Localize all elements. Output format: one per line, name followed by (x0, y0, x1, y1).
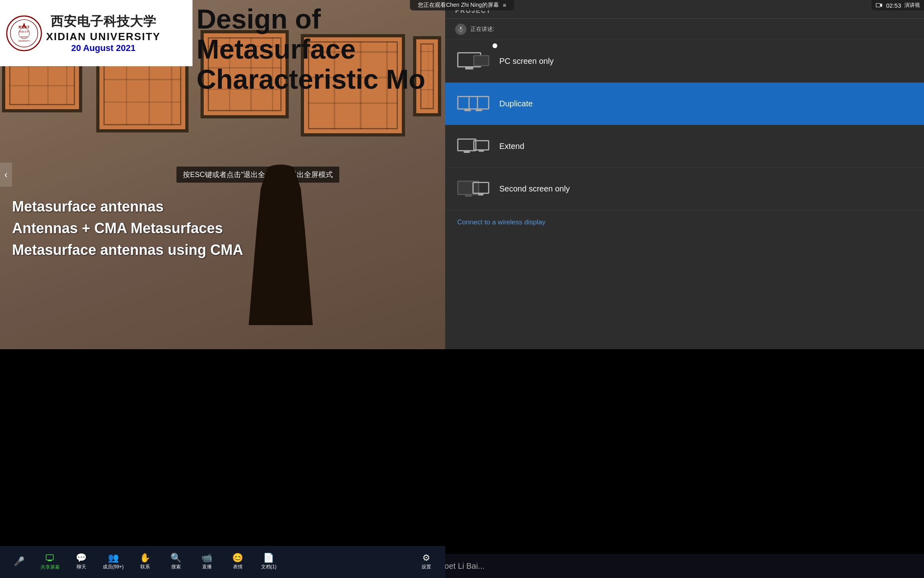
live-label: 直播 (202, 564, 212, 570)
project-panel-header: PROJECT (445, 0, 924, 19)
slide-title: Design of Metasurface Characteristic Mo (197, 4, 445, 94)
duplicate-icon (457, 93, 489, 115)
second-screen-only-icon (457, 178, 489, 200)
presenter-row: 正在讲述: (445, 19, 924, 40)
slide-text-1: Metasurface antennas (12, 196, 243, 218)
slide-text-2: Antennas + CMA Metasurfaces (12, 218, 243, 239)
slide-text-3: Metasurface antennas using CMA (12, 239, 243, 261)
svg-rect-12 (46, 555, 53, 560)
chat-icon: 💬 (76, 554, 87, 562)
extend-icon (457, 135, 489, 157)
chat-button[interactable]: 💬 聊天 (66, 551, 96, 573)
participants-button[interactable]: 👥 成员(99+) (97, 551, 129, 573)
university-logo: 西安电子 科技大学 XIDIAN UNIVERSITY (6, 15, 42, 51)
bottom-controls-bar: 🎤 共享屏幕 💬 聊天 👥 成员(99+) ✋ 联系 🔍 搜索 📹 直播 😊 表… (0, 546, 445, 578)
prev-slide-button[interactable]: ‹ (0, 163, 12, 187)
presenter-mode-label: 演讲视 (904, 2, 920, 9)
svg-text:科技大学: 科技大学 (19, 30, 29, 33)
second-screen-only-label: Second screen only (499, 184, 570, 193)
svg-text:UNIVERSITY: UNIVERSITY (18, 40, 30, 42)
live-icon: 📹 (201, 554, 212, 562)
share-screen-label: 共享屏幕 (41, 564, 60, 571)
participants-icon: 👥 (108, 554, 119, 562)
sharing-banner-text: 您正在观看Chen Zhi Ning的屏幕 (418, 2, 499, 9)
university-english-name: XIDIAN UNIVERSITY (46, 31, 160, 43)
project-panel: PROJECT 正在讲述: PC screen only Duplicate (445, 0, 924, 349)
pc-screen-only-label: PC screen only (499, 57, 554, 66)
svg-rect-10 (460, 26, 462, 30)
chat-label: 聊天 (77, 564, 86, 570)
docs-button[interactable]: 📄 文档(1) (253, 551, 284, 573)
fullscreen-hint: 按ESC键或者点击"退出全屏"按钮退出全屏模式 (176, 167, 339, 183)
university-text: 西安电子科技大学 XIDIAN UNIVERSITY 20 August 202… (46, 13, 160, 53)
extend-label: Extend (499, 142, 524, 151)
svg-marker-9 (880, 4, 882, 7)
reactions-icon: ✋ (140, 554, 150, 562)
expressions-button[interactable]: 😊 表情 (223, 551, 253, 573)
university-header: 西安电子 科技大学 XIDIAN UNIVERSITY 西安电子科技大学 XID… (0, 0, 192, 66)
live-button[interactable]: 📹 直播 (192, 551, 222, 573)
extend-option[interactable]: Extend (445, 125, 924, 168)
duplicate-label: Duplicate (499, 99, 533, 108)
pc-screen-only-option[interactable]: PC screen only (445, 40, 924, 83)
sharing-banner: 您正在观看Chen Zhi Ning的屏幕 ≡ (410, 0, 514, 10)
university-chinese-name: 西安电子科技大学 (51, 13, 156, 31)
share-screen-icon (45, 553, 55, 563)
docs-label: 文档(1) (261, 564, 277, 570)
docs-icon: 📄 (263, 554, 274, 562)
slide-title-line2: Characteristic Mo (197, 64, 445, 94)
video-icon (875, 2, 883, 9)
share-screen-button[interactable]: 共享屏幕 (35, 551, 65, 573)
expressions-icon: 😊 (232, 554, 243, 562)
timer-display: 02:53 (886, 2, 901, 9)
slide-bottom-text: Metasurface antennas Antennas + CMA Meta… (0, 188, 255, 269)
svg-rect-13 (48, 560, 52, 561)
svg-text:XIDIAN: XIDIAN (20, 35, 28, 38)
search-icon: 🔍 (170, 554, 181, 562)
presenter-label: 正在讲述: (470, 26, 494, 33)
mute-button[interactable]: 🎤 (4, 555, 34, 570)
slide-title-line1: Design of Metasurface (197, 4, 445, 64)
settings-label: 设置 (421, 564, 431, 570)
svg-point-0 (7, 16, 41, 50)
connect-wireless-button[interactable]: Connect to a wireless display (445, 210, 924, 234)
search-button[interactable]: 🔍 搜索 (161, 551, 191, 573)
reactions-label: 联系 (140, 564, 150, 570)
pc-screen-only-icon (457, 50, 489, 72)
presentation-area: 西安电子 科技大学 XIDIAN UNIVERSITY 西安电子科技大学 XID… (0, 0, 445, 349)
participants-label: 成员(99+) (103, 564, 124, 570)
presenter-icon (455, 24, 466, 35)
expressions-label: 表情 (233, 564, 243, 570)
sharing-banner-menu[interactable]: ≡ (503, 2, 506, 8)
settings-button[interactable]: ⚙ 设置 (411, 551, 441, 573)
reactions-button[interactable]: ✋ 联系 (130, 551, 160, 573)
settings-icon: ⚙ (422, 554, 430, 562)
second-screen-only-option[interactable]: Second screen only (445, 168, 924, 210)
search-label: 搜索 (171, 564, 181, 570)
mute-icon: 🎤 (14, 557, 24, 566)
svg-rect-8 (876, 4, 881, 7)
timer-bar: 02:53 演讲视 (871, 0, 924, 10)
university-date: 20 August 2021 (71, 43, 136, 53)
microphone-icon (457, 26, 464, 33)
duplicate-option[interactable]: Duplicate (445, 83, 924, 125)
